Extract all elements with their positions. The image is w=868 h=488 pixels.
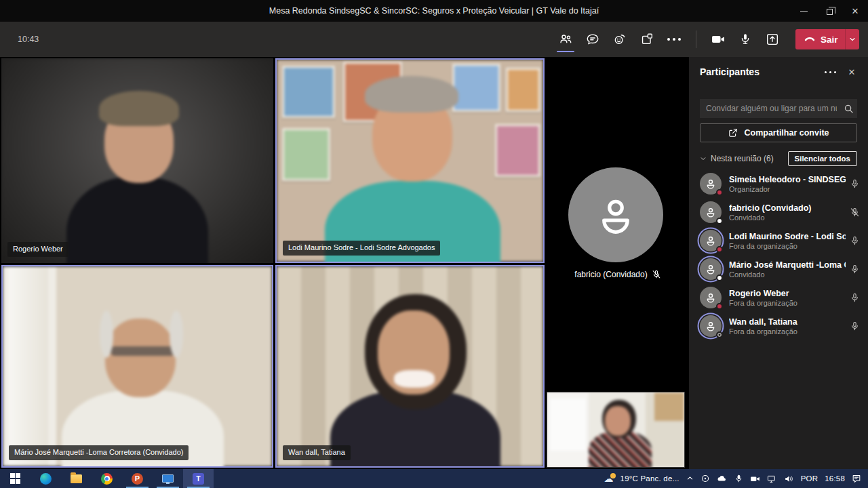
tray-teams-icon[interactable] bbox=[701, 474, 710, 483]
participant-role: Organizador bbox=[729, 185, 846, 193]
participant-name: Wan dall, Tatiana bbox=[729, 317, 846, 327]
action-center-button[interactable] bbox=[852, 474, 861, 483]
mute-all-button[interactable]: Silenciar todos bbox=[788, 151, 857, 166]
taskbar-file-explorer[interactable] bbox=[61, 469, 92, 488]
participant-name: Simeia Heleodoro - SINDSEGSC bbox=[729, 175, 846, 184]
weather-label: 19°C Panc. de... bbox=[620, 474, 679, 483]
language-indicator[interactable]: POR bbox=[801, 474, 818, 483]
chat-button[interactable] bbox=[579, 22, 606, 57]
tray-volume-icon[interactable] bbox=[784, 474, 794, 483]
audio-participant-fabricio[interactable]: fabricio (Convidado) bbox=[547, 57, 689, 375]
tray-network-icon[interactable] bbox=[767, 474, 777, 483]
taskbar-powerpoint[interactable]: P bbox=[122, 469, 153, 488]
tray-camera-icon[interactable] bbox=[750, 474, 760, 483]
more-actions-button[interactable] bbox=[660, 22, 688, 57]
participant-list: Simeia Heleodoro - SINDSEGSC Organizador… bbox=[689, 169, 868, 340]
video-feed bbox=[277, 60, 543, 262]
window-title: Mesa Redonda SindsegSC & SincorSC: Segur… bbox=[0, 0, 868, 22]
invite-search-input[interactable] bbox=[700, 99, 840, 118]
status-badge bbox=[716, 331, 723, 338]
participant-role: Fora da organização bbox=[729, 299, 846, 307]
mic-icon[interactable] bbox=[850, 293, 860, 303]
video-tile-wan[interactable]: Wan dall, Tatiana bbox=[275, 265, 545, 468]
participants-button[interactable] bbox=[552, 22, 579, 57]
participant-row-lodi[interactable]: Lodi Maurino Sodre - Lodi Sodr... Fora d… bbox=[689, 226, 868, 255]
teams-icon: T bbox=[193, 473, 204, 485]
teams-meeting-window: Mesa Redonda SindsegSC & SincorSC: Segur… bbox=[0, 0, 868, 488]
mic-icon[interactable] bbox=[850, 264, 860, 274]
video-tile-rogerio[interactable]: Rogerio Weber bbox=[1, 58, 273, 263]
section-chevron-icon[interactable] bbox=[700, 155, 707, 162]
panel-title: Participantes bbox=[700, 66, 760, 77]
person-icon bbox=[704, 234, 717, 247]
person-icon bbox=[591, 190, 641, 240]
avatar bbox=[700, 201, 722, 223]
powerpoint-icon: P bbox=[132, 473, 143, 485]
participant-row-simeia[interactable]: Simeia Heleodoro - SINDSEGSC Organizador bbox=[689, 169, 868, 198]
share-tray-icon bbox=[765, 32, 780, 47]
video-stage: Rogerio Weber Lodi Maurino Sodre - Lodi … bbox=[0, 57, 689, 469]
toolbar-divider bbox=[696, 30, 696, 48]
clock[interactable]: 16:58 bbox=[825, 474, 845, 483]
camera-icon bbox=[710, 31, 726, 47]
share-invite-button[interactable]: Compartilhar convite bbox=[700, 123, 857, 142]
avatar bbox=[700, 287, 722, 308]
breakout-rooms-icon bbox=[639, 32, 654, 47]
windows-taskbar: P T ☁ 19°C Panc. de... bbox=[0, 469, 868, 488]
taskbar-edge[interactable] bbox=[31, 469, 61, 488]
tray-expand-button[interactable] bbox=[686, 474, 694, 483]
breakout-rooms-button[interactable] bbox=[633, 22, 660, 57]
video-tile-mario[interactable]: Mário José Marquetti -Loma Corretora (Co… bbox=[1, 265, 273, 468]
video-feed bbox=[547, 392, 684, 467]
status-badge bbox=[716, 189, 723, 196]
titlebar: Mesa Redonda SindsegSC & SincorSC: Segur… bbox=[0, 0, 868, 22]
tray-onedrive-icon[interactable] bbox=[717, 474, 728, 483]
mic-icon[interactable] bbox=[850, 236, 860, 246]
reactions-button[interactable] bbox=[606, 22, 633, 57]
meeting-toolbar: 10:43 bbox=[0, 22, 868, 57]
participant-row-fabricio[interactable]: fabricio (Convidado) Convidado bbox=[689, 198, 868, 226]
taskbar-remote-app[interactable] bbox=[153, 469, 183, 488]
participant-role: Convidado bbox=[729, 270, 846, 279]
participant-name-tag: Mário José Marquetti -Loma Corretora (Co… bbox=[9, 445, 189, 460]
minimize-button[interactable] bbox=[791, 0, 816, 22]
start-button[interactable] bbox=[0, 469, 31, 488]
participant-row-mario[interactable]: Mário José Marquetti -Loma C... Convidad… bbox=[689, 255, 868, 283]
avatar bbox=[568, 167, 663, 262]
participant-name: fabricio (Convidado) bbox=[729, 203, 846, 213]
panel-close-button[interactable]: ✕ bbox=[844, 64, 860, 80]
mic-icon[interactable] bbox=[850, 179, 860, 189]
video-tile-lodi[interactable]: Lodi Maurino Sodre - Lodi Sodre Advogado… bbox=[275, 58, 545, 263]
share-screen-button[interactable] bbox=[759, 22, 786, 57]
mic-icon[interactable] bbox=[850, 321, 860, 331]
person-icon bbox=[704, 205, 717, 219]
restore-button[interactable] bbox=[816, 0, 842, 22]
more-icon bbox=[667, 38, 681, 41]
leave-button[interactable]: Sair bbox=[795, 29, 859, 49]
taskbar-chrome[interactable] bbox=[92, 469, 122, 488]
participant-row-wan[interactable]: Wan dall, Tatiana Fora da organização bbox=[689, 312, 868, 340]
participant-row-rogerio[interactable]: Rogerio Weber Fora da organização bbox=[689, 283, 868, 312]
weather-widget[interactable]: ☁ 19°C Panc. de... bbox=[604, 473, 679, 484]
monitor-icon bbox=[162, 474, 174, 483]
taskbar-teams[interactable]: T bbox=[183, 469, 214, 488]
chevron-down-icon bbox=[848, 35, 856, 43]
tray-mic-icon[interactable] bbox=[734, 474, 743, 483]
leave-options-button[interactable] bbox=[845, 29, 859, 49]
close-button[interactable]: ✕ bbox=[842, 0, 868, 22]
camera-button[interactable] bbox=[705, 22, 732, 57]
more-icon bbox=[825, 71, 836, 73]
invite-search-box[interactable] bbox=[700, 99, 857, 118]
participant-name: Mário José Marquetti -Loma C... bbox=[729, 260, 846, 270]
self-view-video[interactable] bbox=[547, 392, 685, 468]
panel-more-button[interactable] bbox=[822, 64, 838, 80]
participant-role: Fora da organização bbox=[729, 242, 846, 250]
mic-muted-icon[interactable] bbox=[850, 207, 860, 218]
folder-icon bbox=[71, 474, 82, 483]
person-icon bbox=[704, 291, 717, 304]
person-icon bbox=[704, 177, 717, 190]
active-tab-underline bbox=[557, 51, 574, 52]
search-icon[interactable] bbox=[840, 104, 857, 114]
mic-button[interactable] bbox=[732, 22, 759, 57]
section-label[interactable]: Nesta reunião (6) bbox=[711, 154, 788, 163]
